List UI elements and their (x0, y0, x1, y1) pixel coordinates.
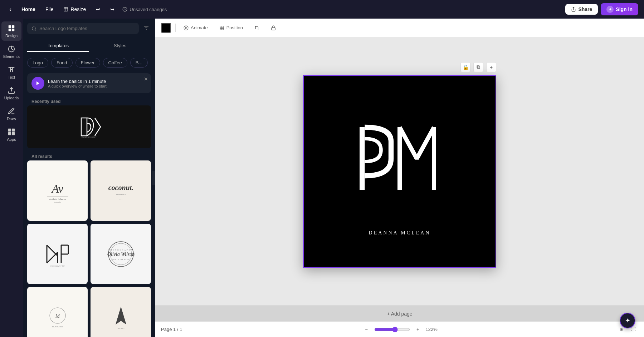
template-item[interactable]: PHOTOGRAPHY Olivia Wilson ART & DESIGN (91, 224, 151, 284)
svg-text:M: M (55, 313, 60, 319)
learn-play-button[interactable] (31, 77, 44, 90)
sidebar-item-text[interactable]: Text (1, 63, 21, 82)
svg-rect-3 (9, 25, 11, 28)
zoom-slider[interactable] (374, 327, 410, 332)
svg-point-44 (184, 26, 188, 30)
top-bar: ‹ Home File Resize ↩ ↪ Unsaved changes S… (0, 0, 644, 19)
crop-button[interactable] (251, 23, 263, 33)
tab-styles[interactable]: Styles (89, 40, 151, 52)
home-button[interactable]: Home (18, 4, 39, 14)
recently-used-item[interactable]: DIAMOND HEART (27, 105, 151, 148)
sidebar-item-apps[interactable]: Apps (1, 125, 21, 144)
tag-flower[interactable]: Flower (75, 58, 100, 68)
sidebar-item-draw[interactable]: Draw (1, 104, 21, 124)
tag-coffee[interactable]: Coffee (103, 58, 127, 68)
svg-text:ART & DESIGN: ART & DESIGN (112, 259, 130, 261)
svg-text:beauty salon: beauty salon (54, 201, 61, 203)
svg-text:MONOGRAM: MONOGRAM (52, 326, 63, 328)
svg-text:Av: Av (51, 182, 64, 195)
learn-text: Learn the basics in 1 minute A quick ove… (48, 79, 108, 88)
sidebar-item-uploads[interactable]: Uploads (1, 84, 21, 103)
tab-templates[interactable]: Templates (27, 40, 89, 52)
svg-point-12 (32, 26, 35, 30)
all-results-label: All results (27, 151, 151, 160)
help-button[interactable]: ✦ (620, 313, 635, 328)
sidebar-item-elements[interactable]: Elements (1, 42, 21, 61)
lock-button[interactable] (267, 23, 279, 33)
learn-close-button[interactable]: ✕ (144, 76, 148, 82)
template-thumbnail: STUDIO (105, 303, 137, 332)
template-thumbnail: PHOTOGRAPHY ART (42, 240, 74, 268)
copy-frame-button[interactable]: ⧉ (473, 62, 483, 72)
recently-used-thumbnail: DIAMOND HEART (75, 114, 103, 139)
back-button[interactable]: ‹ (6, 4, 15, 15)
svg-rect-11 (12, 132, 15, 135)
svg-text:PHOTOGRAPHY ART: PHOTOGRAPHY ART (50, 265, 65, 267)
svg-marker-45 (186, 27, 187, 29)
svg-text:cosmetics: cosmetics (116, 193, 126, 195)
tag-chips: Logo Food Flower Coffee B... (23, 55, 155, 70)
zoom-out-button[interactable]: − (361, 324, 371, 334)
add-frame-button[interactable]: + (486, 62, 496, 72)
svg-text:coconut.: coconut. (108, 184, 133, 192)
undo-button[interactable]: ↩ (92, 4, 104, 14)
recently-used-grid: DIAMOND HEART (27, 105, 151, 148)
unsaved-indicator: Unsaved changes (122, 7, 167, 12)
logo-graphic (342, 107, 457, 222)
file-button[interactable]: File (42, 4, 57, 14)
animate-button[interactable]: Animate (180, 23, 211, 33)
template-item[interactable]: M MONOGRAM (27, 287, 88, 337)
tag-food[interactable]: Food (51, 58, 73, 68)
tag-more[interactable]: B... (130, 58, 148, 68)
hide-panel-button[interactable]: ‹ (152, 171, 155, 185)
sidebar-item-design[interactable]: Design (1, 21, 21, 41)
redo-button[interactable]: ↪ (107, 4, 118, 14)
learn-banner: Learn the basics in 1 minute A quick ove… (27, 73, 151, 93)
svg-rect-51 (360, 127, 365, 190)
template-item[interactable]: STUDIO (91, 287, 151, 337)
zoom-in-button[interactable]: + (413, 324, 423, 334)
add-page-bar[interactable]: + Add page (155, 306, 644, 321)
position-icon (219, 25, 224, 30)
recently-used-label: Recently used (27, 96, 151, 105)
play-icon (35, 81, 40, 86)
share-button[interactable]: Share (565, 4, 598, 15)
crop-icon (254, 25, 259, 30)
template-thumbnail: Av Aesthetic Influence beauty salon (43, 177, 72, 205)
color-swatch[interactable] (161, 23, 171, 33)
svg-rect-5 (9, 29, 11, 31)
lock-frame-button[interactable]: 🔒 (460, 62, 470, 72)
template-item[interactable]: PHOTOGRAPHY ART (27, 224, 88, 284)
svg-rect-4 (12, 25, 14, 28)
zoom-controls: − + 122% (361, 324, 437, 334)
position-button[interactable]: Position (216, 23, 247, 33)
filter-button[interactable] (142, 23, 151, 34)
logo-name-text: DEANNA MCLEAN (369, 230, 431, 236)
template-thumbnail: M MONOGRAM (43, 303, 72, 332)
svg-rect-9 (12, 129, 15, 132)
svg-line-28 (47, 252, 58, 263)
animate-icon (184, 25, 189, 30)
icon-sidebar: Design Elements Text Uploads Draw Apps (0, 19, 23, 337)
search-input[interactable] (39, 26, 135, 31)
canvas-workspace: 🔒 ⧉ + DEANNA (155, 37, 644, 306)
svg-rect-8 (8, 129, 11, 132)
svg-rect-10 (8, 132, 11, 135)
svg-text:Olivia Wilson: Olivia Wilson (107, 252, 135, 257)
svg-rect-46 (220, 26, 224, 30)
signin-icon: ✦ (606, 6, 614, 13)
search-icon (31, 26, 36, 31)
panel-tabs: Templates Styles (23, 37, 155, 55)
template-item[interactable]: Av Aesthetic Influence beauty salon (27, 160, 88, 221)
template-thumbnail: PHOTOGRAPHY Olivia Wilson ART & DESIGN (105, 238, 137, 270)
search-box[interactable] (27, 23, 139, 34)
svg-rect-17 (81, 118, 87, 136)
toolbar-divider (175, 24, 176, 32)
canvas-toolbar: Animate Position (155, 19, 644, 37)
resize-button[interactable]: Resize (60, 4, 89, 14)
template-item[interactable]: coconut. cosmetics ▪ ▪ ▪ (91, 160, 151, 221)
canvas-frame[interactable]: DEANNA MCLEAN (303, 75, 496, 268)
signin-button[interactable]: ✦ Sign in (601, 3, 638, 15)
svg-text:Aesthetic Influence: Aesthetic Influence (49, 198, 66, 200)
tag-logo[interactable]: Logo (27, 58, 48, 68)
